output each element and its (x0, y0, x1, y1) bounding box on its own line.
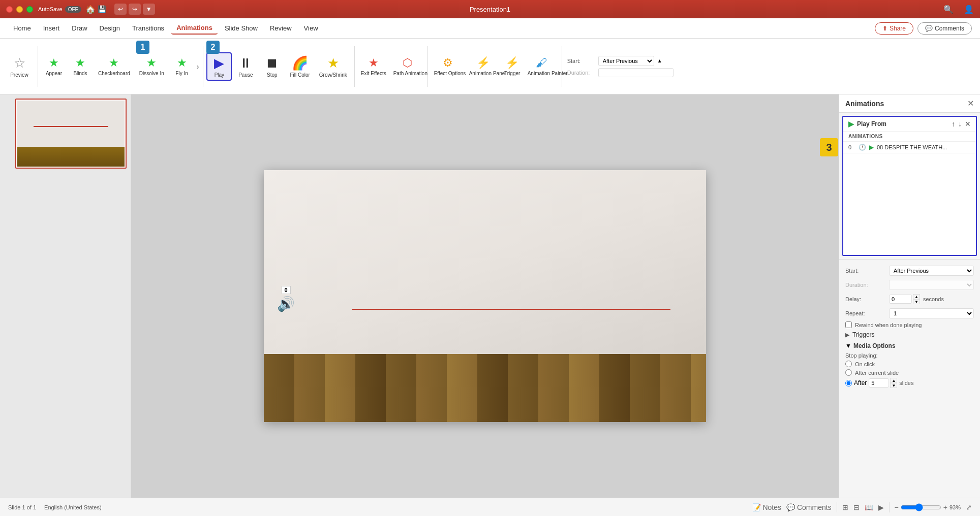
fit-slide-button[interactable]: ⤢ (966, 503, 972, 511)
traffic-lights (6, 6, 33, 13)
rewind-checkbox[interactable] (845, 321, 852, 328)
zoom-control: − + 93% (895, 503, 961, 511)
animation-scroll-right[interactable]: › (196, 61, 200, 72)
menu-home[interactable]: Home (8, 22, 36, 34)
menu-transitions[interactable]: Transitions (127, 22, 169, 34)
start-select[interactable]: After Previous On Click With Previous (598, 56, 654, 66)
animation-list-item[interactable]: 0 🕐 ▶ 08 DESPITE THE WEATH... (843, 142, 976, 153)
menu-design[interactable]: Design (95, 22, 125, 34)
exit-effects-label: Exit Effects (361, 71, 386, 76)
exit-effects-button[interactable]: ★ Exit Effects (358, 54, 389, 78)
animations-list: 0 🕐 ▶ 08 DESPITE THE WEATH... (843, 142, 976, 153)
prop-start-row: Start: After Previous On Click With Prev… (845, 264, 974, 278)
anim-close-button[interactable]: ✕ (967, 99, 974, 108)
delay-down[interactable]: ▼ (913, 299, 920, 304)
autosave-toggle[interactable]: OFF (65, 6, 81, 13)
menu-review[interactable]: Review (265, 22, 297, 34)
share-button[interactable]: ⬆ Share (875, 22, 913, 35)
duration-row: Duration: (567, 68, 673, 77)
stop-button[interactable]: ⏹ Stop (259, 53, 285, 80)
delay-up[interactable]: ▲ (913, 294, 920, 299)
animation-checkerboard[interactable]: ★ Checkerboard (94, 54, 134, 78)
after-current-radio[interactable] (845, 369, 852, 376)
redo-button[interactable]: ↪ (129, 4, 141, 15)
undo-button[interactable]: ↩ (114, 4, 127, 15)
trigger-row[interactable]: ▶ Triggers (845, 329, 974, 340)
anim-name: 08 DESPITE THE WEATH... (877, 144, 947, 150)
notes-button[interactable]: 📝 Notes (752, 503, 781, 511)
notes-label: Notes (762, 503, 781, 511)
fill-color-button[interactable]: 🌈 Fill Color (286, 53, 314, 80)
after-input[interactable] (869, 378, 889, 388)
delay-input[interactable] (889, 295, 912, 304)
menu-view[interactable]: View (299, 22, 323, 34)
animation-dissolve[interactable]: ★ Dissolve In (135, 54, 168, 78)
after-up[interactable]: ▲ (890, 378, 897, 383)
normal-view-button[interactable]: ⊞ (842, 503, 848, 511)
start-arrow-up[interactable]: ▲ (657, 58, 662, 63)
menu-animations[interactable]: Animations (171, 22, 218, 35)
play-from-up[interactable]: ↑ (952, 120, 955, 128)
play-from-down[interactable]: ↓ (958, 120, 962, 128)
blinds-icon: ★ (75, 56, 85, 70)
divider-2 (203, 46, 203, 87)
comments-status-button[interactable]: 💬 Comments (786, 503, 832, 511)
home-icon-btn[interactable]: 🏠 (85, 5, 96, 14)
delay-unit: seconds (923, 296, 944, 302)
media-options-header[interactable]: ▼ Media Options (845, 340, 974, 351)
effect-options-button[interactable]: ⚙ Effect Options (431, 54, 465, 78)
path-animation-button[interactable]: ⬡ Path Animation (390, 54, 424, 78)
play-button[interactable]: ▶ Play (206, 52, 232, 81)
after-radio[interactable] (845, 380, 852, 386)
pause-icon: ⏸ (239, 55, 252, 71)
duration-input[interactable] (598, 68, 673, 77)
prop-duration-select[interactable] (889, 280, 974, 290)
menu-insert[interactable]: Insert (38, 22, 65, 34)
account-icon-btn[interactable]: 👤 (964, 5, 974, 14)
slide-thumbnail[interactable] (15, 99, 127, 169)
preview-section: ☆ Preview (4, 51, 35, 82)
zoom-out-button[interactable]: − (895, 503, 899, 511)
animation-flyin[interactable]: ★ Fly In (169, 54, 195, 78)
minimize-button[interactable] (16, 6, 23, 13)
pause-label: Pause (238, 72, 253, 78)
zoom-slider[interactable] (901, 503, 941, 511)
slideshow-view-button[interactable]: ▶ (878, 503, 884, 511)
prop-start-select[interactable]: After Previous On Click With Previous (889, 266, 974, 276)
animation-blinds[interactable]: ★ Blinds (68, 54, 93, 78)
media-options-title: Media Options (853, 342, 896, 349)
search-icon-btn[interactable]: 🔍 (943, 5, 954, 14)
more-button[interactable]: ▼ (143, 4, 155, 15)
after-down[interactable]: ▼ (890, 383, 897, 388)
prop-delay-row: Delay: ▲ ▼ seconds (845, 292, 974, 306)
animation-appear[interactable]: ★ Appear (41, 54, 67, 78)
menu-slideshow[interactable]: Slide Show (220, 22, 263, 34)
animation-painter-button[interactable]: 🖌 Animation Painter (525, 54, 559, 78)
prop-delay-label: Delay: (845, 296, 886, 302)
save-button[interactable]: 💾 (98, 5, 106, 13)
audio-speaker-icon: 🔊 (277, 296, 295, 312)
trigger-button[interactable]: ⚡ Trigger (501, 54, 524, 78)
slide-red-line (352, 309, 670, 310)
slide-background-floor (264, 354, 706, 422)
menu-draw[interactable]: Draw (67, 22, 92, 34)
effect-options-icon: ⚙ (443, 56, 453, 70)
divider-1 (38, 46, 38, 87)
maximize-button[interactable] (26, 6, 33, 13)
prop-repeat-select[interactable]: 1 2 3 Until Next Click Until End of Slid… (889, 308, 974, 318)
grow-shrink-button[interactable]: ★ Grow/Shrink (315, 53, 351, 80)
zoom-in-button[interactable]: + (943, 503, 947, 511)
play-from-close[interactable]: ✕ (965, 120, 971, 128)
animation-pane-button[interactable]: ⚡ Animation Pane (466, 54, 500, 78)
main-area: 1 ★ 0 🔊 Animations ✕ 3 (0, 94, 980, 498)
prop-start-label: Start: (845, 268, 886, 274)
pause-button[interactable]: ⏸ Pause (233, 53, 258, 80)
close-button[interactable] (6, 6, 13, 13)
properties-area: Start: After Previous On Click With Prev… (839, 259, 980, 393)
slide-sorter-button[interactable]: ⊟ (853, 503, 860, 511)
reading-view-button[interactable]: 📖 (865, 503, 873, 511)
rewind-row: Rewind when done playing (845, 320, 974, 329)
audio-element[interactable]: 0 🔊 (277, 286, 295, 312)
comments-button[interactable]: 💬 Comments (917, 22, 972, 35)
on-click-radio[interactable] (845, 361, 852, 367)
